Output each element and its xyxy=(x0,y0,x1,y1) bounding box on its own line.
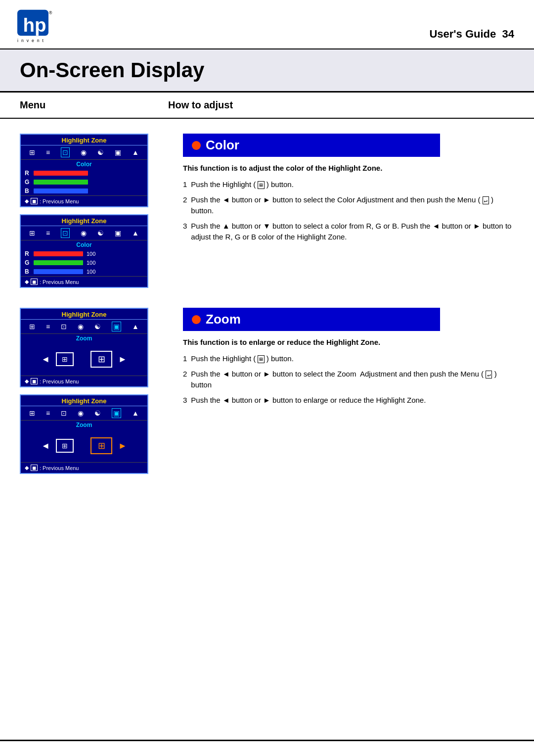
zoom-icon-list: ≡ xyxy=(46,323,50,331)
color-osd1-icons: ⊞ ≡ ⊡ ◉ ☯ ▣ ▲ xyxy=(21,145,147,160)
footer-line xyxy=(0,740,534,741)
prev-menu-icon2: ◼ xyxy=(31,198,38,204)
svg-text:®: ® xyxy=(49,10,52,15)
color-bar2-b xyxy=(34,269,83,274)
highlight-icon: ⊞ xyxy=(258,181,264,189)
zoom-osd1-content: ◄ ⊞ ⊞ ► xyxy=(21,343,147,376)
zoom-osd1-icons: ⊞ ≡ ⊡ ◉ ☯ ▣ ▲ xyxy=(21,320,147,334)
zoom-icon-box-active: ▣ xyxy=(112,322,121,331)
color-osd1-bar-g: G xyxy=(21,178,147,187)
page-header: hp i n v e n t ® User's Guide 34 xyxy=(0,0,534,49)
zoom-highlight-icon: ⊞ xyxy=(258,355,264,363)
color-osd2-bar-b: B 100 xyxy=(21,267,147,276)
page-title: On-Screen Display xyxy=(20,58,514,82)
icon-boxb: ▣ xyxy=(115,229,121,237)
zoom-osd-screens: Highlight Zone ⊞ ≡ ⊡ ◉ ☯ ▣ ▲ Zoom ◄ ⊞ ⊞ xyxy=(20,308,158,474)
zoom-icon-circle: ◉ xyxy=(78,323,84,331)
color-bar-r xyxy=(34,171,88,176)
zoom-dot xyxy=(192,315,201,324)
icon-triangle: ▲ xyxy=(132,148,139,156)
prev-menu2-icon: ◆ xyxy=(25,279,29,285)
color-bar2-g xyxy=(34,260,83,265)
hp-logo: hp i n v e n t ® xyxy=(15,9,54,44)
icon-circleb: ◉ xyxy=(81,229,87,237)
zoom-box-large: ⊞ xyxy=(90,351,112,368)
zoom-func-desc: This function is to enlarge or reduce th… xyxy=(183,338,514,346)
color-osd-screens: Highlight Zone ⊞ ≡ ⊡ ◉ ☯ ▣ ▲ Color R xyxy=(20,134,158,288)
color-step-1: 1 Push the Highlight ( ⊞ ) button. xyxy=(183,179,514,190)
zoom2-icon-grid1: ⊞ xyxy=(29,409,35,417)
zoom2-box-large-orange: ⊞ xyxy=(90,437,112,454)
zoom-osd2-prev-menu: ◆ ◼ : Previous Menu xyxy=(21,462,147,473)
color-osd2-prev-menu: ◆ ◼ : Previous Menu xyxy=(21,276,147,287)
color-osd2-bar-r: R 100 xyxy=(21,249,147,258)
zoom2-icon-triangle: ▲ xyxy=(132,409,139,417)
zoom-instructions: Zoom This function is to enlarge or redu… xyxy=(173,308,514,474)
guide-title: User's Guide 34 xyxy=(429,28,514,44)
zoom-prev-icon: ◆ xyxy=(25,378,29,384)
color-osd1-title: Highlight Zone xyxy=(21,135,147,145)
color-step-2: 2 Push the ◄ button or ► button to selec… xyxy=(183,194,514,217)
color-osd1-bar-r: R xyxy=(21,169,147,178)
color-bar2-r xyxy=(34,251,83,256)
zoom-section-heading: Zoom xyxy=(183,308,440,331)
zoom2-icon-wave: ☯ xyxy=(94,409,101,417)
main-content: Highlight Zone ⊞ ≡ ⊡ ◉ ☯ ▣ ▲ Color R xyxy=(0,119,534,489)
zoom2-prev-icon2: ◼ xyxy=(31,465,38,471)
zoom-icon-grid1: ⊞ xyxy=(29,323,35,331)
zoom-step-3: 3 Push the ◄ button or ► button to enlar… xyxy=(183,395,514,406)
zoom-prev-icon2: ◼ xyxy=(31,378,38,384)
zoom-osd1-prev-menu: ◆ ◼ : Previous Menu xyxy=(21,376,147,386)
zoom-osd-screen-1: Highlight Zone ⊞ ≡ ⊡ ◉ ☯ ▣ ▲ Zoom ◄ ⊞ ⊞ xyxy=(20,308,148,387)
icon-wave: ☯ xyxy=(97,148,104,156)
color-func-desc: This function is to adjust the color of … xyxy=(183,164,514,172)
zoom2-icon-box-active: ▣ xyxy=(112,408,121,418)
zoom-osd2-content: ◄ ⊞ ⊞ ► xyxy=(21,429,147,462)
icon-highlight-activeb: ⊡ xyxy=(61,228,70,238)
color-dot xyxy=(192,141,201,150)
menu-icon: ↵ xyxy=(483,196,489,204)
color-osd1-bar-b: B xyxy=(21,187,147,195)
color-osd2-icons: ⊞ ≡ ⊡ ◉ ☯ ▣ ▲ xyxy=(21,226,147,240)
zoom-osd1-title: Highlight Zone xyxy=(21,309,147,320)
svg-text:hp: hp xyxy=(23,14,46,36)
icon-grid1b: ⊞ xyxy=(29,229,35,237)
zoom-osd-screen-2: Highlight Zone ⊞ ≡ ⊡ ◉ ☯ ▣ ▲ Zoom ◄ ⊞ ⊞ xyxy=(20,394,148,474)
icon-grid1: ⊞ xyxy=(29,148,35,156)
color-osd2-bar-g: G 100 xyxy=(21,258,147,267)
color-osd2-title: Highlight Zone xyxy=(21,215,147,226)
prev-menu-icon: ◆ xyxy=(25,198,29,204)
color-section-row: Highlight Zone ⊞ ≡ ⊡ ◉ ☯ ▣ ▲ Color R xyxy=(20,119,514,303)
zoom-steps-list: 1 Push the Highlight ( ⊞ ) button. 2 Pus… xyxy=(183,353,514,406)
zoom-step-1: 1 Push the Highlight ( ⊞ ) button. xyxy=(183,353,514,365)
zoom-section-row: Highlight Zone ⊞ ≡ ⊡ ◉ ☯ ▣ ▲ Zoom ◄ ⊞ ⊞ xyxy=(20,303,514,489)
zoom-right-arrow: ► xyxy=(118,354,127,365)
icon-highlight-active: ⊡ xyxy=(61,147,70,157)
zoom-box-small: ⊞ xyxy=(56,352,74,366)
zoom2-box-small: ⊞ xyxy=(56,439,74,453)
zoom2-prev-icon: ◆ xyxy=(25,465,29,471)
zoom-osd2-title: Highlight Zone xyxy=(21,395,147,406)
color-step-3: 3 Push the ▲ button or ▼ button to selec… xyxy=(183,221,514,243)
zoom2-icon-highlight: ⊡ xyxy=(61,409,67,417)
color-osd1-section: Color xyxy=(21,160,147,169)
color-bar-b xyxy=(34,189,88,193)
col-how-header: How to adjust xyxy=(168,99,233,111)
zoom2-icon-list: ≡ xyxy=(46,409,50,417)
col-menu-header: Menu xyxy=(20,99,168,111)
page-title-section: On-Screen Display xyxy=(0,49,534,93)
zoom-icon-wave: ☯ xyxy=(94,323,101,331)
color-section-heading: Color xyxy=(183,134,440,157)
icon-box: ▣ xyxy=(115,148,121,156)
zoom-icon-highlight: ⊡ xyxy=(61,323,67,331)
zoom-icon-triangle: ▲ xyxy=(132,323,139,331)
icon-list: ≡ xyxy=(46,148,50,156)
color-steps-list: 1 Push the Highlight ( ⊞ ) button. 2 Pus… xyxy=(183,179,514,243)
zoom-step-2: 2 Push the ◄ button or ► button to selec… xyxy=(183,369,514,391)
column-headers: Menu How to adjust xyxy=(0,93,534,119)
zoom-menu-icon: ↵ xyxy=(486,371,492,378)
zoom2-icon-circle: ◉ xyxy=(78,409,84,417)
icon-waveb: ☯ xyxy=(97,229,104,237)
color-instructions: Color This function is to adjust the col… xyxy=(173,134,514,288)
color-osd-screen-1: Highlight Zone ⊞ ≡ ⊡ ◉ ☯ ▣ ▲ Color R xyxy=(20,134,148,207)
